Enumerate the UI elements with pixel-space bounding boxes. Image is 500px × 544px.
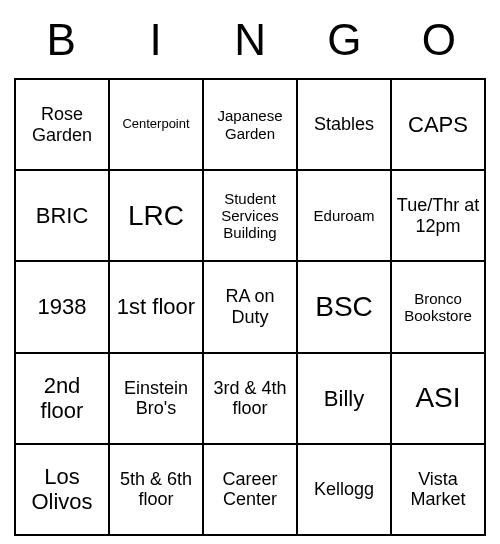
bingo-cell[interactable]: 1st floor <box>109 261 203 352</box>
bingo-cell[interactable]: Rose Garden <box>15 79 109 170</box>
header-letter-o: O <box>392 15 486 65</box>
bingo-cell[interactable]: ASI <box>391 353 485 444</box>
bingo-cell[interactable]: 1938 <box>15 261 109 352</box>
bingo-cell[interactable]: Stables <box>297 79 391 170</box>
bingo-cell[interactable]: BRIC <box>15 170 109 261</box>
bingo-cell[interactable]: Tue/Thr at 12pm <box>391 170 485 261</box>
bingo-cell[interactable]: Kellogg <box>297 444 391 535</box>
bingo-cell[interactable]: Student Services Building <box>203 170 297 261</box>
header-letter-n: N <box>203 15 297 65</box>
bingo-cell[interactable]: CAPS <box>391 79 485 170</box>
bingo-cell[interactable]: 2nd floor <box>15 353 109 444</box>
bingo-cell[interactable]: Los Olivos <box>15 444 109 535</box>
bingo-cell[interactable]: Einstein Bro's <box>109 353 203 444</box>
bingo-cell[interactable]: Eduroam <box>297 170 391 261</box>
bingo-cell[interactable]: 5th & 6th floor <box>109 444 203 535</box>
bingo-cell[interactable]: Vista Market <box>391 444 485 535</box>
bingo-cell[interactable]: Career Center <box>203 444 297 535</box>
header-letter-b: B <box>14 15 108 65</box>
bingo-cell[interactable]: LRC <box>109 170 203 261</box>
header-letter-i: I <box>108 15 202 65</box>
bingo-cell[interactable]: BSC <box>297 261 391 352</box>
bingo-cell[interactable]: Billy <box>297 353 391 444</box>
bingo-cell[interactable]: RA on Duty <box>203 261 297 352</box>
bingo-header: B I N G O <box>14 8 486 72</box>
bingo-cell[interactable]: Japanese Garden <box>203 79 297 170</box>
header-letter-g: G <box>297 15 391 65</box>
bingo-grid: Rose Garden Centerpoint Japanese Garden … <box>14 78 486 536</box>
bingo-cell[interactable]: 3rd & 4th floor <box>203 353 297 444</box>
bingo-cell[interactable]: Centerpoint <box>109 79 203 170</box>
bingo-cell[interactable]: Bronco Bookstore <box>391 261 485 352</box>
